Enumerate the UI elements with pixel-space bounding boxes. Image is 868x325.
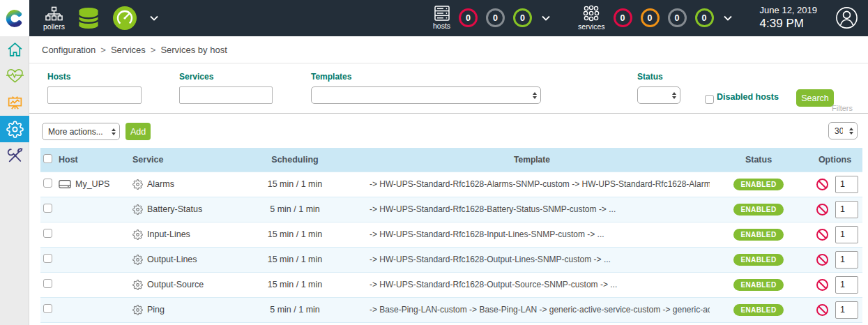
- disable-icon[interactable]: [816, 278, 829, 292]
- scheduling-value: 15 min / 1 min: [236, 247, 354, 272]
- user-profile-icon[interactable]: [835, 6, 858, 29]
- page-size-select[interactable]: 30: [828, 122, 858, 139]
- hosts-down-counter[interactable]: 0: [459, 8, 478, 27]
- hosts-unreachable-counter[interactable]: 0: [486, 8, 505, 27]
- service-gear-icon: [132, 255, 143, 265]
- sidebar: [0, 36, 29, 325]
- select-all-checkbox[interactable]: [43, 154, 52, 163]
- duplicate-count-input[interactable]: [835, 251, 858, 269]
- hosts-icon: [434, 6, 450, 21]
- row-checkbox[interactable]: [43, 279, 52, 288]
- disable-icon[interactable]: [816, 303, 829, 317]
- row-checkbox[interactable]: [43, 204, 52, 213]
- top-header: pollers: [29, 0, 868, 36]
- service-name[interactable]: Input-Lines: [147, 229, 190, 239]
- disabled-hosts-label[interactable]: Disabled hosts: [717, 92, 779, 102]
- service-gear-icon: [132, 229, 143, 240]
- service-name[interactable]: Output-Source: [147, 280, 204, 289]
- services-unknown-counter[interactable]: 0: [668, 8, 687, 27]
- template-chain: -> HW-UPS-Standard-Rfc1628-Battery-Statu…: [354, 197, 710, 222]
- scheduling-value: 5 min / 1 min: [236, 297, 354, 322]
- template-chain: -> HW-UPS-Standard-Rfc1628-Output-Source…: [354, 272, 710, 297]
- sidebar-item-monitoring[interactable]: [0, 63, 29, 89]
- sidebar-item-reporting[interactable]: [0, 89, 29, 116]
- sidebar-item-administration[interactable]: [0, 142, 29, 169]
- current-time: 4:39 PM: [760, 16, 817, 31]
- services-chevron-down-icon[interactable]: [722, 15, 733, 21]
- breadcrumb-separator: >: [151, 45, 156, 55]
- centreon-logo[interactable]: [0, 0, 29, 36]
- status-filter-select[interactable]: [637, 86, 680, 104]
- hosts-filter-input[interactable]: [47, 86, 142, 104]
- sidebar-item-configuration[interactable]: [0, 116, 29, 142]
- current-date: June 12, 2019: [760, 5, 817, 17]
- duplicate-count-input[interactable]: [835, 226, 858, 243]
- hosts-chevron-down-icon[interactable]: [540, 15, 551, 21]
- sidebar-item-home[interactable]: [0, 36, 29, 63]
- services-filter-input[interactable]: [179, 86, 273, 104]
- scheduling-value: 15 min / 1 min: [236, 172, 354, 197]
- home-icon: [6, 41, 24, 59]
- filters-caption: Filters: [832, 104, 853, 112]
- services-ok-counter[interactable]: 0: [695, 8, 714, 27]
- disable-icon[interactable]: [816, 228, 829, 241]
- host-name[interactable]: My_UPS: [75, 179, 109, 189]
- row-checkbox[interactable]: [43, 304, 52, 313]
- breadcrumb-services[interactable]: Services: [111, 45, 146, 55]
- breadcrumb: Configuration > Services > Services by h…: [29, 36, 868, 63]
- column-options: Options: [807, 148, 862, 172]
- hosts-label: hosts: [433, 22, 450, 30]
- hosts-up-counter[interactable]: 0: [513, 8, 532, 27]
- duplicate-count-input[interactable]: [835, 276, 858, 294]
- hosts-menu[interactable]: hosts: [433, 6, 450, 30]
- table-row: Output-Lines 15 min / 1 min -> HW-UPS-St…: [40, 247, 862, 272]
- disabled-hosts-checkbox[interactable]: [705, 95, 714, 104]
- pollers-menu[interactable]: pollers: [43, 6, 65, 31]
- templates-filter-select[interactable]: [311, 86, 541, 104]
- service-name[interactable]: Ping: [147, 305, 165, 315]
- status-badge: ENABLED: [733, 229, 783, 241]
- disable-icon[interactable]: [816, 203, 829, 216]
- database-status-icon[interactable]: [76, 6, 101, 31]
- services-warning-counter[interactable]: 0: [641, 8, 660, 27]
- add-button[interactable]: Add: [125, 123, 151, 140]
- scheduling-value: 15 min / 1 min: [236, 222, 354, 247]
- disable-icon[interactable]: [816, 178, 829, 191]
- column-service: Service: [123, 148, 236, 172]
- gauge-status-icon[interactable]: [112, 6, 137, 31]
- more-actions-select[interactable]: More actions...: [42, 123, 120, 140]
- service-gear-icon: [132, 204, 143, 215]
- template-chain: -> HW-UPS-Standard-Rfc1628-Output-Lines-…: [354, 247, 710, 272]
- tools-icon: [6, 147, 24, 165]
- template-chain: -> Base-Ping-LAN-custom -> Base-Ping-LAN…: [354, 297, 710, 322]
- table-row: Output-Source 15 min / 1 min -> HW-UPS-S…: [40, 272, 862, 297]
- row-checkbox[interactable]: [43, 179, 52, 188]
- row-checkbox[interactable]: [43, 229, 52, 238]
- service-name[interactable]: Output-Lines: [147, 255, 197, 264]
- service-name[interactable]: Alarms: [147, 179, 174, 189]
- services-critical-counter[interactable]: 0: [614, 8, 632, 27]
- breadcrumb-services-by-host[interactable]: Services by host: [160, 45, 227, 55]
- scheduling-value: 15 min / 1 min: [236, 272, 354, 297]
- services-menu[interactable]: services: [578, 5, 605, 31]
- disable-icon[interactable]: [816, 253, 829, 266]
- service-name[interactable]: Battery-Status: [147, 204, 202, 214]
- service-gear-icon: [132, 179, 143, 190]
- scheduling-value: 5 min / 1 min: [236, 197, 354, 222]
- heart-pulse-icon: [6, 68, 24, 84]
- duplicate-count-input[interactable]: [835, 301, 858, 319]
- clock: June 12, 2019 4:39 PM: [760, 5, 817, 32]
- row-checkbox[interactable]: [43, 254, 52, 263]
- table-row: My_UPS Alarms 15 min / 1 min -> HW-UPS-S…: [40, 172, 862, 197]
- poller-status-chevron-down-icon[interactable]: [149, 15, 160, 21]
- centreon-logo-icon: [6, 9, 24, 28]
- duplicate-count-input[interactable]: [835, 201, 858, 218]
- status-badge: ENABLED: [733, 304, 783, 316]
- hosts-filter-label: Hosts: [47, 72, 142, 82]
- search-button[interactable]: Search: [796, 89, 834, 107]
- service-gear-icon: [132, 305, 143, 315]
- column-scheduling: Scheduling: [236, 148, 354, 172]
- duplicate-count-input[interactable]: [835, 176, 858, 193]
- breadcrumb-configuration[interactable]: Configuration: [42, 45, 96, 55]
- service-gear-icon: [132, 280, 143, 290]
